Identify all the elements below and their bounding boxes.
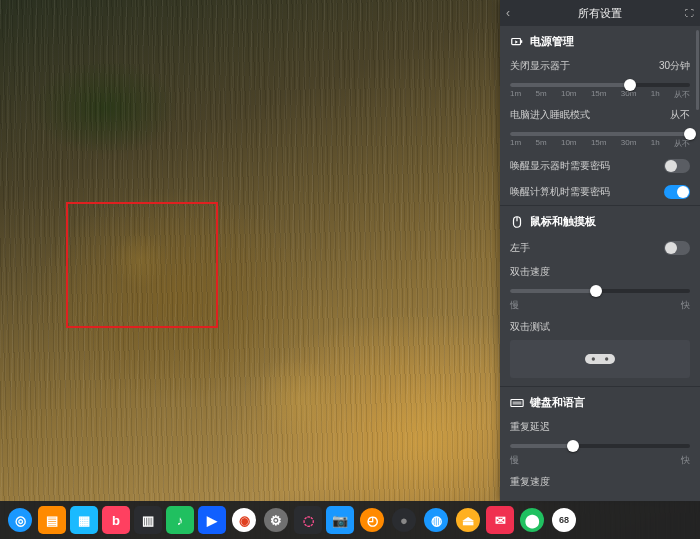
taskbar: ◎▤▦b▥♪▶◉⚙◌📷◴●◍⏏✉⬤68 bbox=[0, 501, 700, 539]
selection-rectangle bbox=[66, 202, 218, 328]
taskbar-browser-b[interactable]: b bbox=[102, 506, 130, 534]
section-mouse-header[interactable]: 鼠标和触摸板 bbox=[500, 206, 700, 235]
taskbar-mail[interactable]: ✉ bbox=[486, 506, 514, 534]
taskbar-files[interactable]: ▤ bbox=[38, 506, 66, 534]
gamepad-icon bbox=[583, 349, 617, 369]
panel-header: ‹ 所有设置 ⛶ bbox=[500, 0, 700, 26]
svg-point-5 bbox=[605, 357, 608, 360]
back-icon[interactable]: ‹ bbox=[506, 6, 510, 20]
maximize-icon[interactable]: ⛶ bbox=[685, 8, 694, 18]
repeat-rate-label: 重复速度 bbox=[500, 471, 700, 491]
section-keyboard-header[interactable]: 键盘和语言 bbox=[500, 387, 700, 416]
turn-off-display-row: 关闭显示器于 30分钟 bbox=[500, 55, 700, 75]
repeat-delay-slider[interactable] bbox=[500, 436, 700, 454]
section-mouse-title: 鼠标和触摸板 bbox=[530, 214, 596, 229]
taskbar-app-green2[interactable]: ⬤ bbox=[518, 506, 546, 534]
dbl-test-label: 双击测试 bbox=[500, 316, 700, 336]
taskbar-apps[interactable]: ▥ bbox=[134, 506, 162, 534]
section-keyboard-title: 键盘和语言 bbox=[530, 395, 585, 410]
taskbar-app-grey[interactable]: ● bbox=[390, 506, 418, 534]
wake-computer-pw-row: 唤醒计算机时需要密码 bbox=[500, 179, 700, 205]
wake-display-pw-row: 唤醒显示器时需要密码 bbox=[500, 153, 700, 179]
svg-rect-1 bbox=[521, 40, 523, 43]
section-power-title: 电源管理 bbox=[530, 34, 574, 49]
panel-title: 所有设置 bbox=[578, 6, 622, 21]
left-hand-toggle[interactable] bbox=[664, 241, 690, 255]
wake-display-pw-toggle[interactable] bbox=[664, 159, 690, 173]
svg-point-4 bbox=[592, 357, 595, 360]
taskbar-chrome[interactable]: ◉ bbox=[230, 506, 258, 534]
sleep-slider[interactable]: 1m5m10m15m30m1h从不 bbox=[500, 124, 700, 153]
repeat-delay-label: 重复延迟 bbox=[500, 416, 700, 436]
left-hand-row: 左手 bbox=[500, 235, 700, 261]
taskbar-app-blue2[interactable]: ◍ bbox=[422, 506, 450, 534]
panel-body: 电源管理 关闭显示器于 30分钟 1m5m10m15m30m1h从不 电脑进入睡… bbox=[500, 26, 700, 501]
wake-computer-pw-toggle[interactable] bbox=[664, 185, 690, 199]
mouse-icon bbox=[510, 215, 524, 229]
taskbar-music[interactable]: ♪ bbox=[166, 506, 194, 534]
settings-panel: ‹ 所有设置 ⛶ 电源管理 关闭显示器于 30分钟 1m5m10m15m30m1… bbox=[500, 0, 700, 501]
taskbar-deepin-store[interactable]: ▦ bbox=[70, 506, 98, 534]
taskbar-settings[interactable]: ⚙ bbox=[262, 506, 290, 534]
taskbar-video[interactable]: ▶ bbox=[198, 506, 226, 534]
keyboard-icon bbox=[510, 396, 524, 410]
taskbar-clock[interactable]: ◴ bbox=[358, 506, 386, 534]
dbl-speed-slider[interactable] bbox=[500, 281, 700, 299]
power-icon bbox=[510, 35, 524, 49]
taskbar-camera[interactable]: 📷 bbox=[326, 506, 354, 534]
dbl-speed-label: 双击速度 bbox=[500, 261, 700, 281]
sleep-row: 电脑进入睡眠模式 从不 bbox=[500, 104, 700, 124]
svg-rect-6 bbox=[511, 399, 523, 406]
turn-off-display-slider[interactable]: 1m5m10m15m30m1h从不 bbox=[500, 75, 700, 104]
taskbar-eject[interactable]: ⏏ bbox=[454, 506, 482, 534]
dbl-test-area[interactable] bbox=[510, 340, 690, 378]
taskbar-gauge[interactable]: 68 bbox=[550, 506, 578, 534]
taskbar-launcher[interactable]: ◎ bbox=[6, 506, 34, 534]
taskbar-spinner[interactable]: ◌ bbox=[294, 506, 322, 534]
section-power-header[interactable]: 电源管理 bbox=[500, 26, 700, 55]
